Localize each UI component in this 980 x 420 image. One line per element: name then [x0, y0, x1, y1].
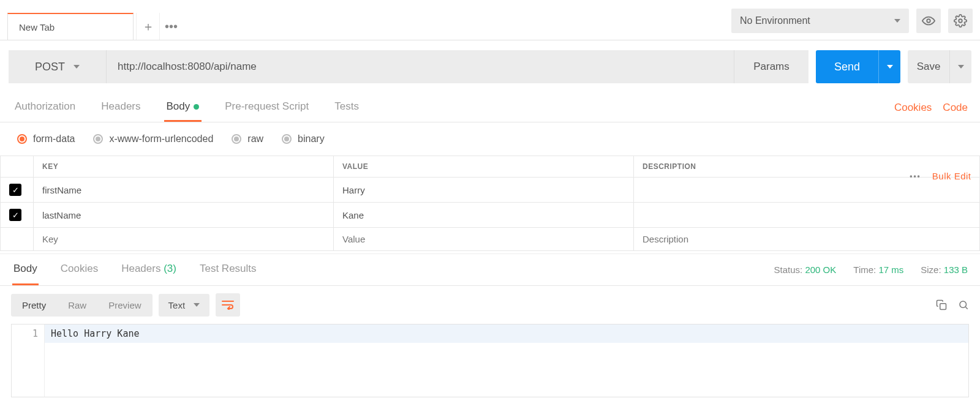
resp-tab-headers[interactable]: Headers (3) — [120, 254, 178, 285]
url-input[interactable] — [107, 50, 734, 83]
wrap-lines-button[interactable] — [216, 293, 240, 317]
method-select[interactable]: POST — [9, 50, 107, 83]
table-options-button[interactable]: ••• — [910, 172, 921, 181]
tab-headers[interactable]: Headers — [99, 93, 143, 122]
copy-button[interactable] — [936, 299, 947, 310]
tab-label: Pre-request Script — [225, 100, 309, 112]
svg-point-0 — [927, 19, 930, 23]
wrap-icon — [222, 300, 234, 310]
col-key: Key — [34, 156, 334, 178]
params-button[interactable]: Params — [734, 50, 809, 83]
environment-select[interactable]: No Environment — [731, 9, 909, 33]
code-area[interactable]: Hello Harry Kane — [45, 324, 968, 397]
key-input[interactable] — [42, 234, 325, 244]
view-pretty[interactable]: Pretty — [11, 294, 57, 317]
status-label: Status: — [774, 264, 803, 275]
send-button[interactable]: Send — [816, 50, 878, 83]
view-raw[interactable]: Raw — [57, 294, 97, 317]
eye-icon — [922, 14, 935, 28]
radio-label: x-www-form-urlencoded — [109, 133, 213, 144]
table-row: ✓ — [1, 178, 980, 203]
value-input[interactable] — [342, 185, 625, 195]
body-type-raw[interactable]: raw — [232, 133, 263, 144]
env-quicklook-button[interactable] — [916, 9, 941, 33]
tab-authorization[interactable]: Authorization — [12, 93, 78, 122]
radio-icon — [93, 134, 103, 144]
body-type-formdata[interactable]: form-data — [17, 133, 75, 144]
size-label: Size: — [921, 264, 941, 275]
table-row: ✓ — [1, 203, 980, 228]
search-button[interactable] — [958, 299, 969, 310]
bulk-edit-link[interactable]: Bulk Edit — [932, 171, 971, 181]
key-input[interactable] — [42, 185, 325, 195]
row-checkbox[interactable]: ✓ — [9, 209, 21, 221]
send-dropdown[interactable] — [878, 50, 900, 83]
svg-rect-3 — [940, 304, 946, 310]
radio-label: binary — [298, 133, 325, 144]
save-label: Save — [917, 61, 941, 73]
view-preview[interactable]: Preview — [97, 294, 152, 317]
key-input[interactable] — [42, 210, 325, 220]
save-button[interactable]: Save — [908, 50, 949, 83]
resp-tab-cookies[interactable]: Cookies — [59, 254, 99, 285]
chevron-down-icon — [194, 303, 200, 307]
tab-label: Tests — [334, 100, 359, 112]
chevron-down-icon — [958, 65, 964, 69]
tab-label: Body — [167, 100, 190, 112]
tab-label: Headers — [101, 100, 140, 112]
tab-label: Cookies — [61, 263, 98, 274]
chevron-down-icon — [887, 65, 893, 69]
tab-label: Test Results — [200, 263, 257, 274]
tab-tests[interactable]: Tests — [332, 93, 361, 122]
save-dropdown[interactable] — [949, 50, 971, 83]
value-input[interactable] — [342, 234, 625, 244]
tab-label: Headers — [121, 263, 160, 274]
send-label: Send — [834, 61, 860, 73]
body-type-urlencoded[interactable]: x-www-form-urlencoded — [93, 133, 213, 144]
tab-body[interactable]: Body — [164, 93, 202, 122]
col-desc: Description ••• Bulk Edit — [634, 156, 980, 178]
row-checkbox[interactable]: ✓ — [9, 184, 21, 196]
desc-input[interactable] — [643, 210, 971, 220]
size-value: 133 B — [944, 264, 968, 275]
resp-tab-body[interactable]: Body — [12, 254, 39, 285]
col-desc-label: Description — [643, 162, 696, 171]
tab-label: New Tab — [19, 22, 55, 32]
response-body: 1 Hello Harry Kane — [11, 324, 969, 397]
type-label: Text — [168, 300, 186, 310]
settings-button[interactable] — [948, 9, 973, 33]
desc-input[interactable] — [643, 234, 971, 244]
tab-label: Body — [13, 263, 37, 274]
environment-label: No Environment — [740, 15, 810, 26]
time-value: 17 ms — [878, 264, 903, 275]
tab-options-button[interactable]: ••• — [159, 13, 183, 40]
table-row — [1, 228, 980, 251]
modified-dot-icon — [194, 104, 199, 110]
tab-new[interactable]: New Tab — [7, 13, 134, 40]
code-link[interactable]: Code — [943, 102, 968, 114]
gear-icon — [954, 14, 967, 28]
chevron-down-icon — [74, 65, 80, 69]
svg-point-4 — [960, 301, 967, 308]
ellipsis-icon: ••• — [165, 20, 178, 34]
radio-icon — [17, 134, 27, 144]
svg-line-5 — [965, 307, 967, 309]
formdata-table: Key Value Description ••• Bulk Edit ✓ ✓ — [0, 156, 980, 251]
plus-icon: ＋ — [142, 18, 154, 35]
body-type-binary[interactable]: binary — [282, 133, 325, 144]
tab-prerequest[interactable]: Pre-request Script — [222, 93, 311, 122]
cookies-link[interactable]: Cookies — [894, 102, 932, 114]
response-type-select[interactable]: Text — [159, 294, 210, 317]
value-input[interactable] — [342, 210, 625, 220]
col-check — [1, 156, 34, 178]
radio-label: raw — [247, 133, 263, 144]
chevron-down-icon — [894, 19, 900, 23]
col-value: Value — [334, 156, 634, 178]
add-tab-button[interactable]: ＋ — [136, 13, 159, 40]
line-number: 1 — [12, 328, 38, 339]
radio-icon — [282, 134, 292, 144]
headers-count: (3) — [164, 263, 176, 274]
desc-input[interactable] — [643, 185, 971, 195]
resp-tab-tests[interactable]: Test Results — [198, 254, 258, 285]
status-value: 200 OK — [805, 264, 836, 275]
